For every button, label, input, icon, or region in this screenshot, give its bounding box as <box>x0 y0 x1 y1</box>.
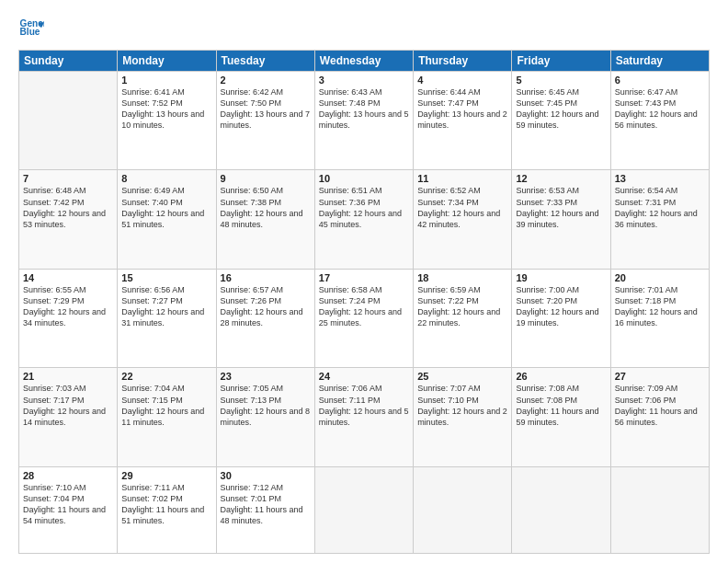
calendar-cell: 27Sunrise: 7:09 AM Sunset: 7:06 PM Dayli… <box>610 368 709 466</box>
calendar-cell: 12Sunrise: 6:53 AM Sunset: 7:33 PM Dayli… <box>512 170 610 269</box>
day-number: 12 <box>516 173 606 184</box>
calendar-cell: 28Sunrise: 7:10 AM Sunset: 7:04 PM Dayli… <box>19 466 118 553</box>
day-info: Sunrise: 6:55 AM Sunset: 7:29 PM Dayligh… <box>23 284 113 329</box>
page: General Blue SundayMondayTuesdayWednesda… <box>0 0 728 563</box>
day-info: Sunrise: 7:00 AM Sunset: 7:20 PM Dayligh… <box>516 284 606 329</box>
calendar-cell: 10Sunrise: 6:51 AM Sunset: 7:36 PM Dayli… <box>314 170 413 269</box>
day-number: 27 <box>615 371 705 382</box>
calendar-cell <box>610 466 709 553</box>
day-number: 23 <box>221 371 311 382</box>
day-number: 7 <box>23 173 113 184</box>
calendar-cell: 13Sunrise: 6:54 AM Sunset: 7:31 PM Dayli… <box>610 170 709 269</box>
day-number: 14 <box>23 272 113 283</box>
day-number: 8 <box>121 173 211 184</box>
day-number: 20 <box>615 272 705 283</box>
calendar-cell: 2Sunrise: 6:42 AM Sunset: 7:50 PM Daylig… <box>216 72 314 170</box>
calendar-cell: 7Sunrise: 6:48 AM Sunset: 7:42 PM Daylig… <box>19 170 118 269</box>
weekday-header-sunday: Sunday <box>19 51 118 72</box>
day-number: 3 <box>319 75 409 86</box>
calendar-cell: 6Sunrise: 6:47 AM Sunset: 7:43 PM Daylig… <box>610 72 709 170</box>
day-info: Sunrise: 6:56 AM Sunset: 7:27 PM Dayligh… <box>121 284 211 329</box>
day-info: Sunrise: 6:45 AM Sunset: 7:45 PM Dayligh… <box>516 86 606 132</box>
week-row-2: 7Sunrise: 6:48 AM Sunset: 7:42 PM Daylig… <box>19 170 710 269</box>
day-number: 10 <box>319 173 409 184</box>
calendar-cell: 18Sunrise: 6:59 AM Sunset: 7:22 PM Dayli… <box>414 269 512 367</box>
day-info: Sunrise: 6:59 AM Sunset: 7:22 PM Dayligh… <box>417 284 507 329</box>
day-info: Sunrise: 7:08 AM Sunset: 7:08 PM Dayligh… <box>516 383 606 428</box>
calendar-cell <box>512 466 610 553</box>
day-number: 28 <box>23 470 113 481</box>
day-info: Sunrise: 7:07 AM Sunset: 7:10 PM Dayligh… <box>417 383 507 428</box>
day-info: Sunrise: 6:49 AM Sunset: 7:40 PM Dayligh… <box>121 185 211 230</box>
weekday-header-thursday: Thursday <box>414 51 512 72</box>
day-number: 6 <box>615 75 705 86</box>
day-info: Sunrise: 7:11 AM Sunset: 7:02 PM Dayligh… <box>121 482 211 527</box>
day-info: Sunrise: 6:58 AM Sunset: 7:24 PM Dayligh… <box>319 284 409 329</box>
day-info: Sunrise: 6:54 AM Sunset: 7:31 PM Dayligh… <box>615 185 705 230</box>
calendar-cell: 26Sunrise: 7:08 AM Sunset: 7:08 PM Dayli… <box>512 368 610 466</box>
logo: General Blue <box>18 17 44 42</box>
calendar-cell: 23Sunrise: 7:05 AM Sunset: 7:13 PM Dayli… <box>216 368 314 466</box>
day-number: 2 <box>221 75 311 86</box>
calendar-cell: 14Sunrise: 6:55 AM Sunset: 7:29 PM Dayli… <box>19 269 118 367</box>
svg-text:Blue: Blue <box>20 27 40 37</box>
day-info: Sunrise: 6:53 AM Sunset: 7:33 PM Dayligh… <box>516 185 606 230</box>
header: General Blue <box>18 17 710 42</box>
day-number: 17 <box>319 272 409 283</box>
calendar-cell: 21Sunrise: 7:03 AM Sunset: 7:17 PM Dayli… <box>19 368 118 466</box>
day-number: 26 <box>516 371 606 382</box>
day-info: Sunrise: 7:01 AM Sunset: 7:18 PM Dayligh… <box>615 284 705 329</box>
calendar-cell: 25Sunrise: 7:07 AM Sunset: 7:10 PM Dayli… <box>414 368 512 466</box>
day-info: Sunrise: 6:43 AM Sunset: 7:48 PM Dayligh… <box>319 86 409 132</box>
calendar-cell: 24Sunrise: 7:06 AM Sunset: 7:11 PM Dayli… <box>314 368 413 466</box>
calendar-cell: 5Sunrise: 6:45 AM Sunset: 7:45 PM Daylig… <box>512 72 610 170</box>
week-row-5: 28Sunrise: 7:10 AM Sunset: 7:04 PM Dayli… <box>19 466 710 553</box>
day-number: 9 <box>221 173 311 184</box>
day-info: Sunrise: 7:04 AM Sunset: 7:15 PM Dayligh… <box>121 383 211 428</box>
weekday-header-monday: Monday <box>118 51 216 72</box>
day-number: 19 <box>516 272 606 283</box>
day-info: Sunrise: 6:50 AM Sunset: 7:38 PM Dayligh… <box>221 185 311 230</box>
calendar-cell: 8Sunrise: 6:49 AM Sunset: 7:40 PM Daylig… <box>118 170 216 269</box>
calendar-cell: 20Sunrise: 7:01 AM Sunset: 7:18 PM Dayli… <box>610 269 709 367</box>
day-info: Sunrise: 6:48 AM Sunset: 7:42 PM Dayligh… <box>23 185 113 230</box>
day-number: 22 <box>121 371 211 382</box>
day-number: 1 <box>121 75 211 86</box>
weekday-header-wednesday: Wednesday <box>314 51 413 72</box>
weekday-header-tuesday: Tuesday <box>216 51 314 72</box>
weekday-header-row: SundayMondayTuesdayWednesdayThursdayFrid… <box>19 51 710 72</box>
calendar-cell: 4Sunrise: 6:44 AM Sunset: 7:47 PM Daylig… <box>414 72 512 170</box>
calendar-cell: 1Sunrise: 6:41 AM Sunset: 7:52 PM Daylig… <box>118 72 216 170</box>
day-number: 29 <box>121 470 211 481</box>
calendar-cell: 3Sunrise: 6:43 AM Sunset: 7:48 PM Daylig… <box>314 72 413 170</box>
day-number: 18 <box>417 272 507 283</box>
calendar-cell: 16Sunrise: 6:57 AM Sunset: 7:26 PM Dayli… <box>216 269 314 367</box>
day-number: 30 <box>221 470 311 481</box>
calendar-cell <box>314 466 413 553</box>
day-number: 25 <box>417 371 507 382</box>
day-info: Sunrise: 7:10 AM Sunset: 7:04 PM Dayligh… <box>23 482 113 527</box>
calendar-cell: 19Sunrise: 7:00 AM Sunset: 7:20 PM Dayli… <box>512 269 610 367</box>
calendar-table: SundayMondayTuesdayWednesdayThursdayFrid… <box>18 50 710 554</box>
calendar-cell: 17Sunrise: 6:58 AM Sunset: 7:24 PM Dayli… <box>314 269 413 367</box>
day-info: Sunrise: 7:05 AM Sunset: 7:13 PM Dayligh… <box>221 383 311 428</box>
day-info: Sunrise: 6:57 AM Sunset: 7:26 PM Dayligh… <box>221 284 311 329</box>
calendar-cell <box>19 72 118 170</box>
calendar-cell: 29Sunrise: 7:11 AM Sunset: 7:02 PM Dayli… <box>118 466 216 553</box>
day-info: Sunrise: 6:44 AM Sunset: 7:47 PM Dayligh… <box>417 86 507 132</box>
week-row-3: 14Sunrise: 6:55 AM Sunset: 7:29 PM Dayli… <box>19 269 710 367</box>
day-number: 15 <box>121 272 211 283</box>
day-info: Sunrise: 6:52 AM Sunset: 7:34 PM Dayligh… <box>417 185 507 230</box>
calendar-cell: 30Sunrise: 7:12 AM Sunset: 7:01 PM Dayli… <box>216 466 314 553</box>
weekday-header-saturday: Saturday <box>610 51 709 72</box>
day-info: Sunrise: 6:41 AM Sunset: 7:52 PM Dayligh… <box>121 86 211 132</box>
day-number: 4 <box>417 75 507 86</box>
day-info: Sunrise: 6:51 AM Sunset: 7:36 PM Dayligh… <box>319 185 409 230</box>
day-number: 16 <box>221 272 311 283</box>
day-number: 24 <box>319 371 409 382</box>
logo-icon: General Blue <box>18 17 44 42</box>
calendar-cell: 15Sunrise: 6:56 AM Sunset: 7:27 PM Dayli… <box>118 269 216 367</box>
day-info: Sunrise: 7:06 AM Sunset: 7:11 PM Dayligh… <box>319 383 409 428</box>
calendar-cell <box>414 466 512 553</box>
day-info: Sunrise: 7:03 AM Sunset: 7:17 PM Dayligh… <box>23 383 113 428</box>
